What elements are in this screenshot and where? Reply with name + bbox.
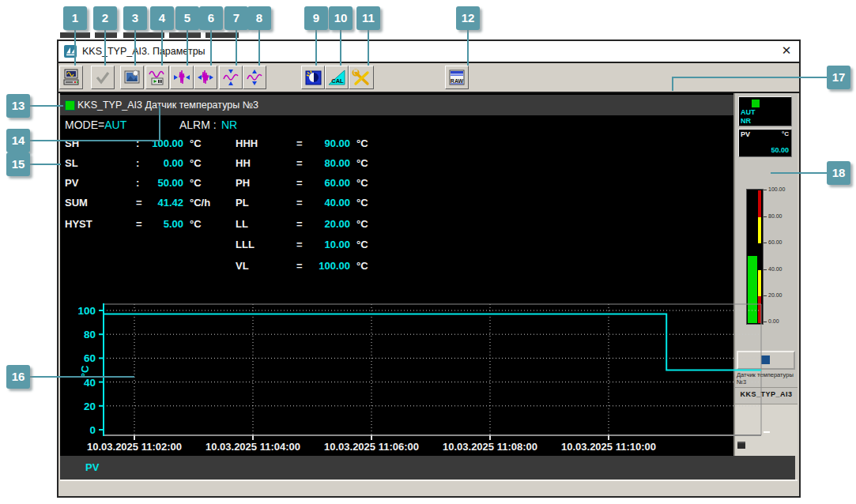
callout-line-15 — [30, 164, 61, 165]
trend-expand-vertical-icon — [245, 68, 264, 87]
window-statusbar — [60, 480, 798, 496]
mode-label: MODE= — [65, 118, 104, 131]
color-settings-button[interactable] — [301, 66, 325, 89]
sidebar-faceplate-button[interactable] — [737, 351, 795, 370]
param-row: HH=80.00°C — [236, 157, 402, 171]
gauge-zone — [758, 190, 761, 217]
annotation-badge-1: 1 — [63, 6, 87, 30]
faceplate-tag: KKS_TYP_AI3 — [77, 100, 142, 111]
sidebar-lower-area — [735, 404, 798, 456]
annotation-badge-5: 5 — [175, 6, 199, 30]
annotation-badge-2: 2 — [93, 6, 117, 30]
confirm-check-icon — [93, 68, 112, 87]
page: KKS_TYP_AI3. Параметры ✕ — [0, 0, 856, 504]
gauge-zones — [758, 190, 761, 323]
gauge-fill — [748, 256, 757, 323]
gauge-scale-label: 0.00 — [764, 318, 779, 324]
service-tools-icon — [351, 68, 371, 87]
sidebar-pv-value: 50.00 — [738, 146, 789, 154]
minimize-glyph — [764, 431, 770, 433]
annotation-badge-12: 12 — [456, 6, 480, 30]
callout-line-14b — [159, 106, 160, 141]
gauge-zone — [758, 270, 761, 297]
sidebar-divider — [735, 387, 798, 388]
callout-line-9 — [315, 30, 317, 66]
param-row: SUM=41.42°C/h — [65, 197, 231, 211]
series-strip: PV — [60, 456, 795, 480]
callout-line-17 — [672, 77, 827, 78]
callout-line-16 — [30, 376, 134, 378]
mini-window-icon — [737, 442, 745, 449]
svg-text:CAL: CAL — [331, 77, 344, 85]
status-indicator — [65, 100, 75, 111]
callout-line-5 — [187, 30, 188, 66]
annotation-badge-18: 18 — [827, 161, 850, 185]
sidebar-status-indicator — [752, 100, 760, 107]
param-row: PL=40.00°C — [236, 197, 402, 211]
faceplate-header: KKS_TYP_AI3 Датчик температуры №3 — [60, 95, 733, 115]
clipped-background-text — [123, 32, 164, 38]
bar-gauge — [746, 189, 764, 325]
param-row: PH=60.00°C — [236, 177, 402, 191]
callout-line-7 — [236, 30, 237, 66]
callout-line-14 — [30, 140, 160, 141]
gauge-scale-label: 100.00 — [764, 186, 785, 192]
trend-compress-vertical-icon — [221, 68, 240, 87]
sidebar-pv-unit: °C — [738, 130, 789, 137]
series-strip-label: PV — [85, 456, 99, 480]
annotation-badge-17: 17 — [827, 66, 850, 89]
raw-data-icon: RAW — [447, 68, 466, 87]
raw-data-button[interactable]: RAW — [445, 66, 469, 89]
print-screen-icon — [62, 68, 81, 87]
param-row: LL=20.00°C — [236, 218, 402, 232]
callout-line-12 — [467, 30, 469, 66]
annotation-badge-8: 8 — [247, 6, 271, 30]
trend-compress-horizontal-button[interactable] — [170, 66, 194, 89]
clipped-background-text — [169, 32, 201, 38]
callout-line-17b — [672, 77, 673, 91]
service-tools-button[interactable] — [349, 66, 374, 89]
trend-expand-horizontal-button[interactable] — [194, 66, 217, 89]
close-button[interactable]: ✕ — [778, 42, 795, 59]
color-settings-icon — [304, 68, 322, 87]
trend-compress-vertical-button[interactable] — [219, 66, 243, 89]
faceplate-description: Датчик температуры №3 — [145, 100, 258, 111]
callout-line-13 — [30, 105, 63, 107]
callout-line-2 — [104, 30, 106, 66]
sidebar-mode-value: AUT — [741, 108, 756, 116]
calibration-button[interactable]: CAL — [325, 66, 349, 89]
param-row: HYST=5.00°C — [65, 218, 231, 232]
callout-line-11 — [368, 30, 369, 66]
mode-alarm-row: MODE=AUT ALRM : NR — [65, 118, 126, 133]
trend-run-pause-icon — [148, 68, 167, 87]
blue-square-icon — [761, 355, 770, 364]
confirm-button[interactable] — [91, 66, 115, 89]
trend-expand-horizontal-icon — [196, 68, 215, 87]
trend-expand-vertical-button[interactable] — [243, 66, 266, 89]
print-screen-button[interactable] — [59, 66, 83, 89]
sidebar-description: Датчик температуры №3 — [737, 371, 796, 386]
export-image-button[interactable] — [120, 66, 144, 89]
param-row: VL=100.00°C — [236, 260, 402, 274]
sidebar-tag: KKS_TYP_AI3 — [735, 390, 798, 398]
annotation-badge-15: 15 — [6, 152, 30, 176]
alarm-label: ALRM : — [179, 118, 217, 131]
sidebar-alarm-value: NR — [741, 117, 751, 125]
annotation-badge-10: 10 — [329, 6, 353, 30]
calibration-icon: CAL — [327, 68, 346, 87]
annotation-badge-7: 7 — [224, 6, 248, 30]
param-row: HHH=90.00°C — [236, 137, 402, 152]
gauge-scale-label: 40.00 — [764, 266, 782, 272]
trend-run-pause-button[interactable] — [145, 66, 169, 89]
annotation-badge-4: 4 — [150, 6, 174, 30]
callout-line-4 — [161, 30, 163, 66]
gauge-scale-label: 20.00 — [764, 292, 782, 298]
gauge-zone — [758, 217, 761, 244]
gauge-zone — [758, 296, 761, 323]
annotation-badge-16: 16 — [6, 365, 30, 389]
callout-line-10 — [340, 30, 341, 66]
param-row: PV:50.00°C — [65, 177, 231, 191]
annotation-badge-9: 9 — [304, 6, 328, 30]
param-row: SL:0.00°C — [65, 157, 231, 171]
callout-line-8 — [258, 30, 260, 66]
